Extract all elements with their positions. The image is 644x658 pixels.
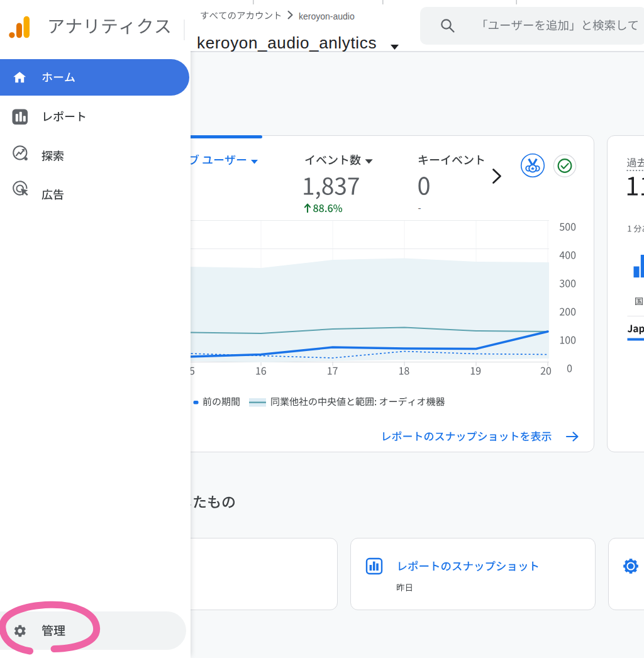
svg-text:keroyon_audio_anlytics: keroyon_audio_anlytics	[197, 33, 377, 52]
svg-text:keroyon-audio: keroyon-audio	[299, 11, 355, 21]
